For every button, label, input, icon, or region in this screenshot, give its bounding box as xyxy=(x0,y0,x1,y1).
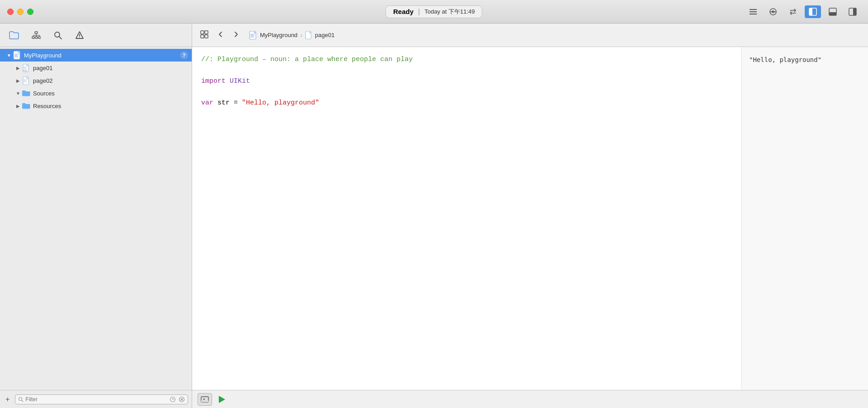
svg-rect-32 xyxy=(24,68,27,68)
breadcrumb-separator: › xyxy=(300,32,302,39)
code-comment: //: Playground – noun: a place where peo… xyxy=(201,54,413,65)
svg-rect-47 xyxy=(205,31,208,34)
playground-file-icon xyxy=(13,51,22,60)
svg-rect-31 xyxy=(24,66,27,67)
editor-area: MyPlayground › page01 //: Playground – n… xyxy=(192,24,868,408)
search-icon xyxy=(53,31,62,40)
editor-toolbar: MyPlayground › page01 xyxy=(192,24,868,47)
folder-icon xyxy=(9,31,19,39)
code-line-5: var str = "Hello, playground" xyxy=(201,98,732,109)
result-panel: "Hello, playground" xyxy=(741,47,868,390)
svg-rect-0 xyxy=(750,9,757,10)
back-button[interactable] xyxy=(215,29,226,41)
breadcrumb-playground-name[interactable]: MyPlayground xyxy=(260,32,297,38)
back-icon xyxy=(217,31,224,38)
title-bar: Ready | Today at 下午11:49 xyxy=(0,0,868,24)
chevron-down-icon: ▼ xyxy=(5,52,13,59)
sidebar: ▼ MyPlayground ? ▶ xyxy=(0,24,192,408)
chevron-right-icon: ▶ xyxy=(14,102,22,109)
editor-content: //: Playground – noun: a place where peo… xyxy=(192,47,868,390)
svg-rect-2 xyxy=(750,14,757,14)
svg-rect-6 xyxy=(809,8,812,15)
sidebar-bottom-bar: + xyxy=(0,390,192,408)
string-value: "Hello, playground" xyxy=(242,98,319,109)
myplayground-label: MyPlayground xyxy=(24,52,61,59)
title-bar-center: Ready | Today at 下午11:49 xyxy=(386,5,482,18)
svg-rect-10 xyxy=(853,8,856,15)
tree-item-resources[interactable]: ▶ Resources xyxy=(0,100,192,112)
swap-icon xyxy=(788,7,797,16)
svg-rect-49 xyxy=(205,35,208,38)
resources-folder-icon xyxy=(22,101,31,110)
hierarchy-icon xyxy=(32,31,41,39)
svg-line-21 xyxy=(59,37,61,39)
minimize-button[interactable] xyxy=(17,9,24,15)
run-button[interactable] xyxy=(216,393,228,406)
link-icon xyxy=(769,7,778,16)
status-ready-label: Ready xyxy=(393,8,414,15)
resources-label: Resources xyxy=(33,103,61,109)
maximize-button[interactable] xyxy=(27,9,33,15)
close-button[interactable] xyxy=(7,9,14,15)
var-name: str xyxy=(217,98,230,109)
svg-point-23 xyxy=(79,37,80,38)
chevron-down-icon: ▼ xyxy=(14,90,22,97)
breadcrumb-page-name[interactable]: page01 xyxy=(315,32,335,38)
svg-rect-38 xyxy=(24,81,27,81)
code-editor[interactable]: //: Playground – noun: a place where peo… xyxy=(192,47,741,390)
breadcrumb-page-icon xyxy=(305,31,312,39)
assignment-op: = xyxy=(234,98,238,109)
forward-button[interactable] xyxy=(230,29,242,41)
svg-marker-59 xyxy=(203,398,205,400)
panel-bottom-button[interactable] xyxy=(825,5,841,18)
folder-navigator-button[interactable] xyxy=(7,29,21,41)
warning-button[interactable] xyxy=(73,29,86,42)
preview-button[interactable] xyxy=(198,393,212,406)
panel-right-icon xyxy=(848,7,857,16)
svg-rect-12 xyxy=(32,37,34,38)
filter-input[interactable] xyxy=(25,396,168,403)
page02-label: page02 xyxy=(33,77,52,84)
status-time-label: Today at 下午11:49 xyxy=(425,8,475,16)
svg-rect-48 xyxy=(201,35,204,38)
svg-rect-52 xyxy=(250,34,255,35)
link-button[interactable] xyxy=(765,5,781,18)
sources-folder-icon xyxy=(22,89,31,98)
tree-item-sources[interactable]: ▼ Sources xyxy=(0,87,192,100)
grid-view-button[interactable] xyxy=(198,28,211,42)
page01-file-icon: PAGE xyxy=(22,63,31,72)
svg-point-40 xyxy=(19,397,22,400)
filter-search-icon xyxy=(18,397,24,402)
panel-right-button[interactable] xyxy=(844,5,861,18)
svg-rect-11 xyxy=(35,32,38,33)
svg-rect-53 xyxy=(250,35,254,36)
page02-file-icon xyxy=(22,76,31,85)
forward-icon xyxy=(233,31,239,38)
breadcrumb: MyPlayground › page01 xyxy=(249,31,335,40)
hierarchy-button[interactable] xyxy=(30,29,42,41)
svg-rect-58 xyxy=(201,400,208,402)
import-module: UIKit xyxy=(230,76,250,87)
tree-item-myplayground[interactable]: ▼ MyPlayground ? xyxy=(0,49,192,62)
tree-item-page01[interactable]: ▶ PAGE page01 xyxy=(0,62,192,74)
sources-label: Sources xyxy=(33,90,55,97)
run-triangle-icon xyxy=(219,396,225,403)
var-keyword: var xyxy=(201,98,213,109)
svg-rect-26 xyxy=(14,54,19,55)
panel-left-button[interactable] xyxy=(805,5,821,18)
search-button[interactable] xyxy=(52,29,64,42)
title-bar-right xyxy=(745,5,861,18)
chevron-right-icon: ▶ xyxy=(14,77,22,84)
sidebar-content: ▼ MyPlayground ? ▶ xyxy=(0,47,192,390)
panel-left-icon xyxy=(808,7,817,16)
status-divider: | xyxy=(418,8,420,16)
align-button[interactable] xyxy=(745,5,761,18)
help-badge[interactable]: ? xyxy=(180,51,188,59)
tree-item-page02[interactable]: ▶ page02 xyxy=(0,74,192,87)
add-item-button[interactable]: + xyxy=(4,394,11,404)
svg-rect-28 xyxy=(14,57,18,57)
align-icon xyxy=(749,7,758,16)
clear-filter-icon[interactable] xyxy=(179,396,185,403)
swap-button[interactable] xyxy=(785,5,801,18)
code-line-2 xyxy=(201,65,732,76)
